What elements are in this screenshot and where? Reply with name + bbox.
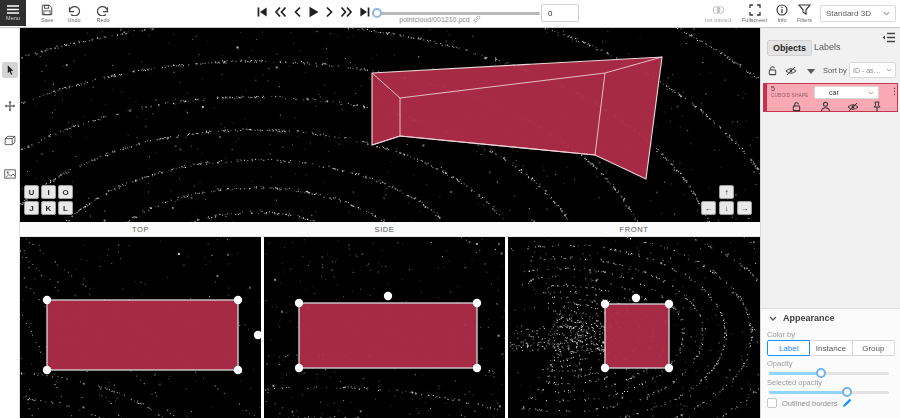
slider-fill bbox=[769, 391, 847, 394]
top-view-label: TOP bbox=[20, 225, 261, 234]
rotate-handle[interactable] bbox=[384, 292, 392, 300]
object-item-car[interactable]: 5 CUBOID SHAPE car ⋮ bbox=[763, 83, 898, 112]
frame-number-input[interactable] bbox=[541, 4, 579, 22]
play-button[interactable] bbox=[308, 6, 319, 18]
object-color-bar bbox=[764, 84, 767, 111]
camera-key-l[interactable]: L bbox=[58, 201, 73, 215]
object-occluded-icon[interactable] bbox=[820, 101, 831, 112]
link-icon[interactable] bbox=[473, 15, 481, 23]
left-toolbar bbox=[0, 28, 20, 418]
lock-all-icon[interactable] bbox=[767, 65, 778, 76]
object-lock-icon[interactable] bbox=[791, 101, 802, 112]
move-tool-button[interactable] bbox=[2, 98, 18, 114]
selected-opacity-label: Selected opacity bbox=[767, 378, 822, 387]
object-pin-icon[interactable] bbox=[872, 101, 882, 112]
side-view-label: SIDE bbox=[264, 225, 505, 234]
rotate-handle[interactable] bbox=[632, 294, 640, 302]
cuboid-annotation[interactable] bbox=[20, 28, 760, 222]
object-hide-icon[interactable] bbox=[847, 102, 859, 112]
perspective-view[interactable]: U I O J K L ↑ ← ↓ → bbox=[20, 28, 760, 222]
top-ortho-view[interactable] bbox=[20, 237, 261, 418]
side-view-annotation[interactable] bbox=[264, 237, 505, 418]
outlined-borders-label: Outlined borders bbox=[782, 399, 837, 408]
ai-tools-button[interactable]: not trained bbox=[703, 4, 733, 23]
redo-icon bbox=[96, 4, 110, 16]
fullscreen-label: Fullscreen bbox=[742, 17, 767, 23]
cuboid-tool-button[interactable] bbox=[2, 132, 18, 148]
appearance-header[interactable]: Appearance bbox=[769, 313, 835, 323]
save-button[interactable]: Save bbox=[41, 4, 54, 23]
brain-icon bbox=[712, 4, 725, 16]
color-by-label-button[interactable]: Label bbox=[767, 340, 810, 356]
first-frame-button[interactable] bbox=[256, 6, 268, 18]
fullscreen-button[interactable]: Fullscreen bbox=[742, 4, 767, 23]
sort-select[interactable]: ID - as… bbox=[849, 62, 896, 78]
object-actions-menu[interactable]: ⋮ bbox=[890, 85, 899, 98]
object-type: CUBOID SHAPE bbox=[771, 93, 809, 98]
top-toolbar: Menu Save Undo Redo pointcloud/0012 bbox=[0, 0, 900, 28]
jump-backward-button[interactable] bbox=[274, 6, 287, 18]
redo-button[interactable]: Redo bbox=[96, 4, 110, 23]
object-label-select[interactable]: car bbox=[814, 86, 879, 99]
next-frame-button[interactable] bbox=[325, 6, 334, 18]
undo-icon bbox=[67, 4, 81, 16]
cursor-tool-button[interactable] bbox=[2, 62, 18, 78]
outlined-borders-checkbox[interactable] bbox=[767, 398, 777, 408]
undo-label: Undo bbox=[67, 17, 80, 23]
side-ortho-view[interactable] bbox=[264, 237, 505, 418]
info-icon bbox=[776, 4, 788, 16]
outlined-borders-row: Outlined borders bbox=[767, 398, 852, 408]
collapse-sidebar-icon[interactable] bbox=[882, 31, 896, 44]
info-label: Info bbox=[777, 17, 786, 23]
camera-key-i[interactable]: I bbox=[41, 185, 56, 199]
view-label-strip: TOP SIDE FRONT bbox=[20, 222, 760, 237]
filters-label: Filters bbox=[797, 17, 812, 23]
appearance-panel: Appearance Color by Label Instance Group… bbox=[761, 308, 900, 418]
camera-key-u[interactable]: U bbox=[24, 185, 39, 199]
arrow-left-key[interactable]: ← bbox=[701, 201, 716, 215]
front-view-annotation[interactable] bbox=[508, 237, 760, 418]
chevron-down-icon bbox=[868, 91, 874, 95]
image-context-button[interactable] bbox=[2, 166, 18, 182]
slider-fill bbox=[769, 372, 821, 375]
arrow-down-key[interactable]: ↓ bbox=[719, 201, 734, 215]
move-icon bbox=[4, 100, 16, 112]
menu-label: Menu bbox=[6, 15, 20, 21]
filename: pointcloud/001210.pcd bbox=[399, 16, 469, 23]
opacity-slider[interactable] bbox=[769, 368, 889, 378]
front-ortho-view[interactable] bbox=[508, 237, 760, 418]
color-by-group: Label Instance Group bbox=[767, 340, 895, 356]
hide-all-icon[interactable] bbox=[785, 66, 797, 76]
color-by-instance-button[interactable]: Instance bbox=[809, 340, 852, 356]
annotation-app: Menu Save Undo Redo pointcloud/0012 bbox=[0, 0, 900, 418]
opacity-slider-handle[interactable] bbox=[816, 368, 826, 378]
arrow-up-key[interactable]: ↑ bbox=[719, 185, 734, 199]
chevron-down-icon bbox=[883, 11, 890, 16]
menu-button[interactable]: Menu bbox=[0, 0, 26, 26]
selected-opacity-slider-handle[interactable] bbox=[842, 387, 852, 397]
selected-opacity-slider[interactable] bbox=[769, 387, 889, 397]
tab-labels[interactable]: Labels bbox=[809, 40, 846, 54]
undo-button[interactable]: Undo bbox=[67, 4, 81, 23]
top-view-annotation[interactable] bbox=[20, 237, 261, 418]
previous-frame-button[interactable] bbox=[293, 6, 302, 18]
workspace-select[interactable]: Standard 3D bbox=[820, 5, 896, 22]
arrow-right-key[interactable]: → bbox=[737, 201, 752, 215]
color-by-label: Color by bbox=[767, 330, 795, 339]
color-by-group-button[interactable]: Group bbox=[852, 340, 895, 356]
camera-key-o[interactable]: O bbox=[58, 185, 73, 199]
edit-pencil-icon[interactable] bbox=[842, 398, 852, 408]
workspace-value: Standard 3D bbox=[826, 9, 871, 18]
objects-sidebar: Objects Labels Sort by ID - as… 5 CUBOID… bbox=[760, 28, 900, 418]
rotate-handle[interactable] bbox=[254, 331, 261, 339]
info-button[interactable]: Info bbox=[776, 4, 788, 23]
redo-label: Redo bbox=[96, 17, 109, 23]
front-view-label: FRONT bbox=[508, 225, 760, 234]
tab-objects[interactable]: Objects bbox=[767, 40, 812, 56]
filename-row: pointcloud/001210.pcd bbox=[350, 15, 530, 23]
expand-all-icon[interactable] bbox=[806, 68, 816, 75]
filters-button[interactable]: Filters bbox=[797, 4, 812, 23]
camera-key-j[interactable]: J bbox=[24, 201, 39, 215]
camera-key-k[interactable]: K bbox=[41, 201, 56, 215]
image-icon bbox=[4, 169, 16, 179]
